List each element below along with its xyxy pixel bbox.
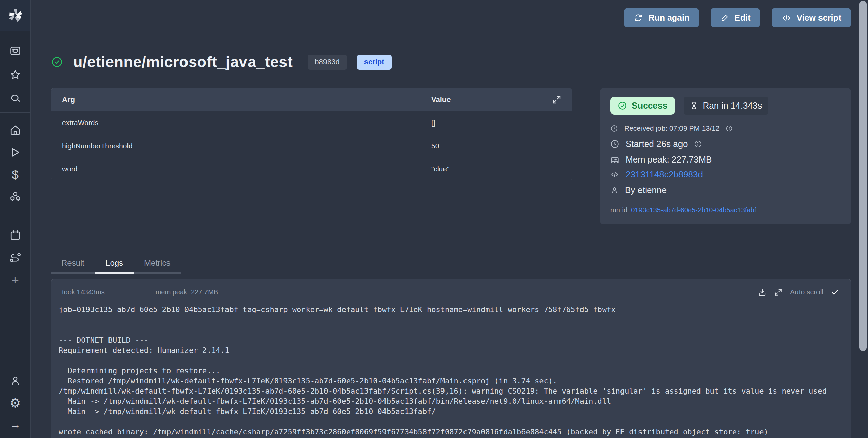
status-label: Success [632,100,668,111]
expand-log-icon[interactable] [774,288,783,297]
log-output[interactable]: job=0193c135-ab7d-60e5-2b10-04b5ac13fabf… [51,305,843,438]
resources-icon [9,191,22,204]
received-row: Received job: 07:09 PM 13/12 [610,124,841,132]
page-title: u/etienne/microsoft_java_test [73,53,293,71]
sidebar-item-apps[interactable] [0,39,31,63]
log-line: --- DOTNET BUILD --- [59,336,843,346]
log-took: took 14343ms [62,288,105,296]
sidebar-item-search[interactable] [0,87,31,110]
download-icon[interactable] [758,288,767,297]
check-circle-icon [618,101,627,110]
schedules-icon [9,229,21,241]
log-line [59,316,843,326]
sidebar-item-settings[interactable]: ⚙ [0,392,31,414]
col-arg: Arg [62,95,431,104]
view-script-label: View script [796,13,841,23]
sidebar-item-runs[interactable] [0,141,31,164]
info-icon[interactable] [726,125,733,132]
search-icon [9,92,21,104]
log-line [59,356,843,366]
mem-peak-label: Mem peak: 227.73MB [626,154,712,165]
tab-logs[interactable]: Logs [95,258,134,274]
sidebar-item-flows[interactable] [0,246,31,269]
apps-icon [9,45,21,57]
sidebar-item-account[interactable] [0,369,31,392]
args-table: Arg Value extraWords [] highNumberThresh… [51,88,572,180]
flows-icon [9,251,22,264]
code-icon [610,170,619,179]
triggered-by-label: By etienne [625,185,667,195]
dollar-icon: $ [12,169,19,181]
table-row: extraWords [] [51,111,572,134]
run-id-caption: run id: [610,206,629,214]
duration-label: Ran in 14.343s [703,100,762,111]
log-line: job=0193c135-ab7d-60e5-2b10-04b5ac13fabf… [59,305,843,316]
script-type-badge[interactable]: script [357,55,392,70]
scrollbar-thumb[interactable] [859,1,867,351]
log-line: Requirement detected: Humanizer 2.14.1 [59,346,843,356]
toolbar: Run again Edit View script [51,0,851,27]
log-line [59,326,843,336]
arg-value: 50 [431,142,546,150]
run-id-link[interactable]: 0193c135-ab7d-60e5-2b10-04b5ac13fabf [631,206,756,214]
log-header: took 14343ms mem peak: 227.7MB Auto scro… [51,279,851,297]
clock-icon [610,125,618,132]
log-line: wrote cached binary: /tmp/windmill/cache… [59,427,843,438]
home-icon [9,124,21,136]
arg-name: highNumberThreshold [62,142,431,150]
arg-value: [] [431,119,546,127]
sidebar-item-add-workspace[interactable]: + [0,269,31,291]
edit-label: Edit [734,13,750,23]
arg-value: "clue" [431,165,546,173]
triggered-by-row: By etienne [610,185,841,195]
edit-button[interactable]: Edit [711,8,760,27]
result-tabs: Result Logs Metrics [51,258,851,274]
log-panel: took 14343ms mem peak: 227.7MB Auto scro… [51,279,851,438]
auto-scroll-checkbox[interactable] [831,288,839,297]
refresh-icon [634,13,643,22]
sidebar-item-home[interactable] [0,119,31,141]
user-icon [610,186,619,194]
hourglass-icon [690,102,698,110]
started-row: Started 26s ago [610,139,841,149]
runs-icon [9,146,21,158]
expand-args-icon[interactable] [552,95,562,105]
hash-badge: b8983d [308,55,347,70]
sidebar-collapse[interactable]: → [0,414,31,435]
windmill-logo[interactable] [0,0,30,31]
started-label: Started 26s ago [626,139,688,149]
log-line: Main -> /tmp/windmill/wk-default-fbwfx-L… [59,407,843,417]
run-again-button[interactable]: Run again [624,8,699,27]
arg-name: word [62,165,431,173]
log-line [59,417,843,427]
sidebar-item-schedules[interactable] [0,224,31,246]
sidebar-item-billing[interactable]: $ [0,164,31,186]
sidebar: $ + ⚙ → [0,0,31,438]
run-info-panel: Success Ran in 14.343s Received job: 07:… [600,88,851,224]
main-content: Run again Edit View script u/etienne/mic… [31,0,851,438]
log-line: /tmp/windmill/wk-default-fbwfx-L7IeK/019… [59,387,843,397]
plus-icon: + [11,273,19,287]
log-line: Main -> /tmp/windmill/wk-default-fbwfx-L… [59,397,843,407]
sidebar-item-resources[interactable] [0,186,31,208]
tab-metrics[interactable]: Metrics [134,258,181,274]
tab-result[interactable]: Result [51,258,95,274]
col-value: Value [431,95,546,104]
star-icon [9,69,21,81]
info-icon[interactable] [694,140,702,148]
script-hash-row: 23131148c2b8983d [610,169,841,180]
run-id-row: run id: 0193c135-ab7d-60e5-2b10-04b5ac13… [610,206,841,214]
sidebar-item-favorites[interactable] [0,63,31,87]
view-script-button[interactable]: View script [772,8,851,27]
status-badge: Success [610,97,675,115]
auto-scroll-label: Auto scroll [790,288,823,296]
duration-chip: Ran in 14.343s [684,97,768,115]
table-row: word "clue" [51,157,572,180]
args-table-header: Arg Value [51,88,572,111]
script-hash-link[interactable]: 23131148c2b8983d [626,169,703,180]
code-icon [782,13,791,23]
run-again-label: Run again [648,13,689,23]
log-line: Determining projects to restore... [59,366,843,377]
clock-icon [610,139,619,149]
page-scrollbar [859,0,868,438]
